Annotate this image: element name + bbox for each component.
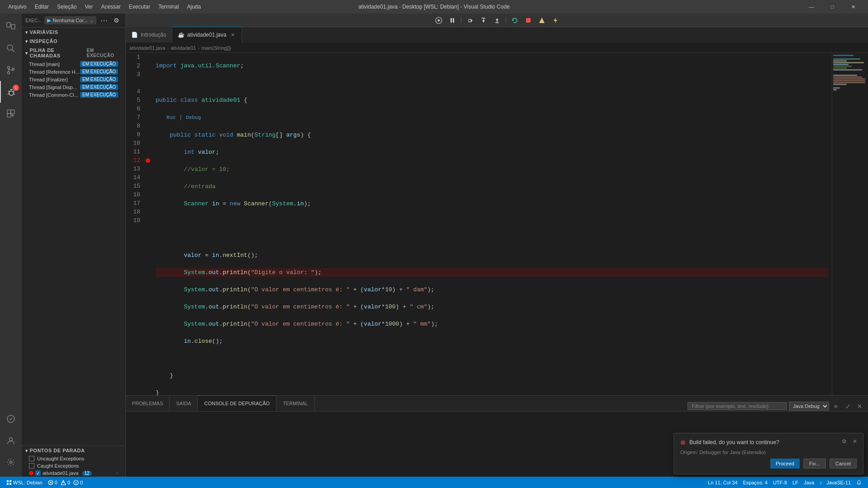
- tab-atividade01-label: atividade01.java: [187, 32, 227, 38]
- activity-explorer[interactable]: [0, 16, 22, 38]
- code-line-run-debug: Run | Debug: [156, 113, 828, 122]
- bp-file-atividade01[interactable]: ✓ atividade01.java 12 ›: [22, 469, 125, 477]
- fix-button[interactable]: Fix...: [803, 459, 826, 469]
- encoding-item[interactable]: UTF-8: [770, 477, 790, 488]
- activity-settings[interactable]: [0, 451, 22, 473]
- panel-layout-btn[interactable]: ≡: [831, 401, 841, 411]
- menu-ajuda[interactable]: Ajuda: [184, 2, 205, 12]
- hotcode-button[interactable]: [536, 15, 548, 25]
- svg-marker-24: [496, 18, 498, 20]
- variables-header[interactable]: ▾ VARIÁVEIS: [22, 28, 125, 37]
- variables-label: VARIÁVEIS: [30, 29, 58, 35]
- bp-uncaught-label: Uncaught Exceptions: [37, 456, 84, 461]
- notif-item[interactable]: [854, 477, 864, 488]
- tab-introducao[interactable]: 📄 Introdução: [126, 27, 172, 43]
- activity-extensions[interactable]: [0, 103, 22, 124]
- exec-label: EXEC...: [25, 18, 42, 23]
- run-config-selector[interactable]: ▶ Nenhuma Cor... ⌄: [44, 16, 96, 24]
- panel-tab-console[interactable]: CONSOLE DE DEPURAÇÃO: [198, 395, 276, 411]
- errors-count: 0: [55, 480, 57, 485]
- ln-col-item[interactable]: Ln 11, Col 34: [705, 477, 740, 488]
- activity-git[interactable]: [0, 59, 22, 81]
- bp-uncaught-checkbox[interactable]: [29, 456, 34, 461]
- tab-atividade01-close[interactable]: ✕: [229, 31, 236, 38]
- tab-atividade01[interactable]: ☕ atividade01.java ✕: [172, 27, 242, 43]
- proceed-button[interactable]: Proceed: [770, 459, 800, 469]
- code-line-7: //entrada: [156, 182, 828, 191]
- dialog-close-button[interactable]: ✕: [850, 437, 859, 446]
- callstack-thread-finalizer[interactable]: Thread [Finalizer] EM EXECUÇÃO: [22, 76, 125, 83]
- inspection-chevron: ▾: [25, 39, 28, 44]
- breakpoints-header[interactable]: ▾ PONTOS DE PARADA: [22, 446, 125, 455]
- bp-expand-icon[interactable]: ›: [116, 470, 118, 476]
- flash-button[interactable]: [549, 15, 562, 25]
- dialog-source: Origem: Debugger for Java (Extensão): [680, 450, 857, 455]
- menu-terminal[interactable]: Terminal: [155, 2, 182, 12]
- filter-input[interactable]: [688, 402, 787, 410]
- menu-editar[interactable]: Editar: [31, 2, 52, 12]
- code-line-9: [156, 217, 828, 225]
- step-out-button[interactable]: [491, 15, 503, 25]
- callstack-thread-common-label: Thread [Common-Cl...: [29, 92, 78, 98]
- menu-selecao[interactable]: Seleção: [53, 2, 80, 12]
- close-button[interactable]: ✕: [843, 0, 863, 14]
- bp-caught-checkbox[interactable]: [29, 463, 34, 469]
- panel-expand-btn[interactable]: ⤢: [843, 401, 853, 411]
- activity-testing[interactable]: [0, 408, 22, 430]
- step-into-button[interactable]: [477, 15, 490, 25]
- dialog-settings-button[interactable]: ⚙: [840, 437, 849, 446]
- java-version-item[interactable]: J JavaSE-11: [817, 477, 854, 488]
- activity-search[interactable]: [0, 38, 22, 59]
- inspection-header[interactable]: ▾ INSPEÇÃO: [22, 37, 125, 46]
- activity-debug[interactable]: 1: [0, 81, 22, 103]
- java-debug-select[interactable]: Java Debug: [789, 402, 829, 411]
- bp-uncaught[interactable]: Uncaught Exceptions: [22, 455, 125, 462]
- breadcrumb-class[interactable]: atividade01: [171, 45, 196, 51]
- debug-link[interactable]: Debug: [186, 115, 201, 120]
- panel-tab-terminal[interactable]: TERMINAL: [276, 395, 315, 411]
- maximize-button[interactable]: □: [822, 0, 843, 14]
- breadcrumb-file[interactable]: atividade01.java: [129, 45, 166, 51]
- menu-acessar[interactable]: Acessar: [97, 2, 124, 12]
- dialog-error-icon: ⊗: [680, 439, 686, 446]
- minimize-button[interactable]: —: [801, 0, 822, 14]
- callstack-thread-main[interactable]: Thread [main] EM EXECUÇÃO: [22, 60, 125, 68]
- code-line-12: System.out.println("Digite o valor: ");: [156, 268, 828, 277]
- bp-file-checkbox[interactable]: ✓: [35, 470, 41, 476]
- menu-arquivo[interactable]: Arquivo: [5, 2, 30, 12]
- status-bar: WSL: Debian 0 0 0 Ln 11, Col 34 Espaços:…: [0, 477, 868, 488]
- bp-caught[interactable]: Caught Exceptions: [22, 462, 125, 469]
- line-ending-item[interactable]: LF: [790, 477, 801, 488]
- callstack-label: PILHA DE CHAMADAS: [30, 47, 85, 58]
- panel-tab-saida[interactable]: SAÍDA: [170, 395, 198, 411]
- language-item[interactable]: Java: [801, 477, 817, 488]
- errors-item[interactable]: 0 0 0: [45, 477, 85, 488]
- stop-button[interactable]: [522, 15, 535, 25]
- activity-account[interactable]: [0, 430, 22, 451]
- menu-executar[interactable]: Executar: [125, 2, 154, 12]
- callstack-header[interactable]: ▾ PILHA DE CHAMADAS EM EXECUÇÃO: [22, 46, 125, 60]
- callstack-thread-common[interactable]: Thread [Common-Cl... EM EXECUÇÃO: [22, 91, 125, 99]
- tab-bar: 📄 Introdução ☕ atividade01.java ✕: [126, 27, 868, 43]
- panel-tab-problems[interactable]: PROBLEMAS: [126, 395, 170, 411]
- settings-button[interactable]: ⚙: [112, 15, 122, 25]
- svg-rect-8: [7, 114, 11, 117]
- spaces-item[interactable]: Espaços: 4: [740, 477, 770, 488]
- menu-ver[interactable]: Ver: [81, 2, 96, 12]
- continue-button[interactable]: [432, 15, 445, 25]
- wsl-badge[interactable]: WSL: Debian: [4, 479, 45, 486]
- pause-button[interactable]: [446, 15, 459, 25]
- cancel-button[interactable]: Cancel: [830, 459, 857, 469]
- code-line-5: int valor;: [156, 148, 828, 156]
- restart-button[interactable]: [508, 15, 521, 25]
- more-options-button[interactable]: ⋯: [99, 15, 109, 25]
- toolbar-sep-1: [461, 17, 461, 24]
- breadcrumb-method[interactable]: main(String[]): [201, 45, 231, 51]
- run-link[interactable]: Run: [166, 115, 175, 120]
- code-editor[interactable]: 1 2 3 4 5 6 7 8 9 10 11 12 13 14 15 16: [126, 53, 832, 395]
- callstack-thread-signal[interactable]: Thread [Signal Disp... EM EXECUÇÃO: [22, 83, 125, 91]
- callstack-thread-ref[interactable]: Thread [Reference H... EM EXECUÇÃO: [22, 68, 125, 76]
- panel-close-btn[interactable]: ✕: [854, 401, 864, 411]
- code-content[interactable]: import java.util.Scanner; public class a…: [152, 53, 832, 395]
- step-over-button[interactable]: [464, 15, 476, 25]
